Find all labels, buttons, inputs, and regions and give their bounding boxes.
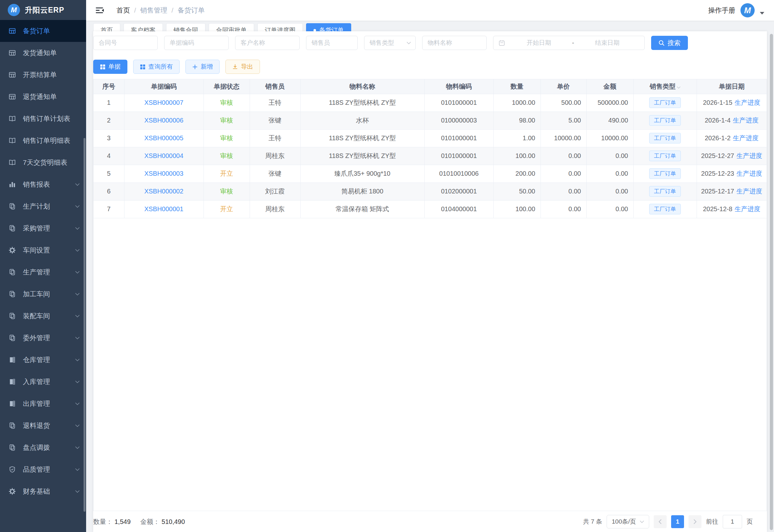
production-progress-link[interactable]: 生产进度	[733, 117, 759, 124]
tab-stock-order[interactable]: 备货订单	[306, 23, 351, 31]
status-badge: 审核	[220, 134, 233, 142]
factory-order-tag[interactable]: 工厂订单	[649, 186, 681, 197]
doc-code-link[interactable]: XSBH000005	[144, 134, 183, 142]
table-row: 1 XSBH000007 审核 王特 118S ZY型纸杯机 ZY型 01010…	[94, 94, 767, 112]
sidebar-item-material-return[interactable]: 退料退货	[0, 415, 86, 437]
sidebar-item-label: 装配车间	[23, 311, 50, 320]
factory-order-tag[interactable]: 工厂订单	[649, 97, 681, 108]
current-page-button[interactable]: 1	[671, 515, 684, 528]
menu-fold-icon[interactable]	[96, 6, 104, 14]
customer-name-input[interactable]	[235, 36, 300, 50]
sidebar-item-stocktake-transfer[interactable]: 盘点调拨	[0, 437, 86, 458]
doc-code-link[interactable]: XSBH000003	[144, 170, 183, 177]
sales-type-select[interactable]: 销售类型	[364, 36, 416, 50]
chevron-down-icon	[640, 520, 644, 523]
production-progress-link[interactable]: 生产进度	[735, 99, 760, 106]
cell-price: 0.00	[541, 200, 586, 218]
sidebar-item-invoice-settlement[interactable]: 开票结算单	[0, 64, 86, 86]
sidebar-item-delivery-notice[interactable]: 发货通知单	[0, 42, 86, 64]
doc-code-input[interactable]	[164, 36, 229, 50]
goto-page-input[interactable]	[723, 515, 742, 528]
topbar-right: 操作手册 M	[708, 3, 764, 17]
doc-code-link[interactable]: XSBH000006	[144, 117, 183, 124]
sidebar-item-seven-day-delivery[interactable]: 7天交货明细表	[0, 152, 86, 173]
sidebar-item-production-plan[interactable]: 生产计划	[0, 195, 86, 217]
tab-order-progress[interactable]: 订单进度图	[257, 23, 303, 31]
sidebar-item-label: 生产计划	[23, 202, 50, 211]
sidebar-item-quality-mgmt[interactable]: 品质管理	[0, 458, 86, 480]
user-menu-caret-icon[interactable]	[760, 12, 764, 15]
factory-order-tag[interactable]: 工厂订单	[649, 133, 681, 143]
sidebar-item-outbound-mgmt[interactable]: 出库管理	[0, 393, 86, 415]
factory-order-tag[interactable]: 工厂订单	[649, 115, 681, 126]
sidebar-item-processing-workshop[interactable]: 加工车间	[0, 283, 86, 305]
tab-home[interactable]: 首页	[93, 23, 120, 31]
factory-order-tag[interactable]: 工厂订单	[649, 151, 681, 161]
doc-button[interactable]: 单据	[93, 60, 127, 74]
query-all-button[interactable]: 查询所有	[133, 60, 180, 74]
cell-seq: 5	[94, 165, 124, 182]
avatar[interactable]: M	[740, 3, 755, 17]
salesman-input[interactable]	[306, 36, 358, 50]
cell-material-name: 118S ZY型纸杯机 ZY型	[300, 129, 424, 147]
cell-date: 2025-12-8生产进度	[697, 200, 767, 218]
cell-material-code: 0101000001	[424, 129, 493, 147]
tab-customer-files[interactable]: 客户档案	[124, 23, 163, 31]
material-name-input[interactable]	[422, 36, 487, 50]
sidebar-item-return-notice[interactable]: 退货通知单	[0, 86, 86, 108]
sidebar-item-stock-order[interactable]: 备货订单	[0, 20, 86, 42]
sidebar-item-assembly-workshop[interactable]: 装配车间	[0, 305, 86, 327]
cell-seq: 1	[94, 94, 124, 112]
cell-qty: 100.00	[493, 147, 541, 165]
column-header-date: 单据日期	[697, 79, 767, 94]
cell-date: 2026-1-2生产进度	[697, 129, 767, 147]
doc-code-link[interactable]: XSBH000002	[144, 188, 183, 195]
sidebar-scrollbar-thumb[interactable]	[84, 138, 85, 512]
sidebar-item-sales-order-detail[interactable]: 销售订单明细表	[0, 130, 86, 152]
contract-no-input[interactable]	[93, 36, 158, 50]
sidebar-item-purchase-mgmt[interactable]: 采购管理	[0, 217, 86, 239]
date-range-picker[interactable]: 开始日期 - 结束日期	[493, 36, 645, 50]
doc-date: 2026-1-4	[705, 117, 730, 124]
manual-link[interactable]: 操作手册	[708, 6, 735, 15]
next-page-button[interactable]	[689, 515, 701, 528]
sidebar-item-workshop-settings[interactable]: 车间设置	[0, 239, 86, 261]
tab-contract-approval[interactable]: 合同审批单	[209, 23, 254, 31]
sidebar-item-production-mgmt[interactable]: 生产管理	[0, 261, 86, 283]
prev-page-button[interactable]	[654, 515, 667, 528]
production-progress-link[interactable]: 生产进度	[733, 134, 759, 142]
cell-status: 审核	[203, 147, 250, 165]
sidebar-item-sales-order-plan[interactable]: 销售订单计划表	[0, 108, 86, 130]
doc-code-link[interactable]: XSBH000001	[144, 205, 183, 212]
sidebar-item-warehouse-mgmt[interactable]: 仓库管理	[0, 349, 86, 371]
table-row: 5 XSBH000003 开立 张键 臻爪爪35+ 900g*10 010100…	[94, 165, 767, 182]
chevron-down-icon	[75, 293, 80, 296]
doc-code-link[interactable]: XSBH000004	[144, 152, 183, 159]
production-progress-link[interactable]: 生产进度	[736, 170, 762, 177]
add-button[interactable]: 新增	[185, 60, 220, 74]
doc-code-link[interactable]: XSBH000007	[144, 99, 183, 106]
filter-caret-icon[interactable]	[677, 86, 680, 89]
page-scrollbar-thumb[interactable]	[770, 34, 773, 530]
chevron-down-icon	[75, 359, 80, 361]
breadcrumb-home[interactable]: 首页	[116, 6, 130, 15]
sidebar-item-finance-base[interactable]: 财务基础	[0, 480, 86, 502]
production-progress-link[interactable]: 生产进度	[736, 188, 762, 195]
cell-qty: 98.00	[493, 112, 541, 129]
tab-sales-contract[interactable]: 销售合同	[166, 23, 205, 31]
factory-order-tag[interactable]: 工厂订单	[649, 204, 681, 214]
sidebar-item-outsourcing-mgmt[interactable]: 委外管理	[0, 327, 86, 349]
production-progress-link[interactable]: 生产进度	[735, 205, 760, 212]
status-badge: 开立	[220, 170, 233, 177]
breadcrumb-sales-mgmt[interactable]: 销售管理	[140, 6, 167, 15]
cell-doc-code: XSBH000001	[124, 200, 203, 218]
production-progress-link[interactable]: 生产进度	[736, 152, 762, 159]
page-size-select[interactable]: 100条/页	[607, 515, 649, 528]
column-header-sales_type[interactable]: 销售类型	[633, 79, 697, 94]
sidebar-item-sales-report[interactable]: 销售报表	[0, 173, 86, 195]
export-button[interactable]: 导出	[225, 60, 260, 74]
sidebar-item-label: 备货订单	[23, 26, 50, 35]
sidebar-item-inbound-mgmt[interactable]: 入库管理	[0, 371, 86, 393]
search-button[interactable]: 搜索	[651, 36, 688, 50]
factory-order-tag[interactable]: 工厂订单	[649, 168, 681, 179]
